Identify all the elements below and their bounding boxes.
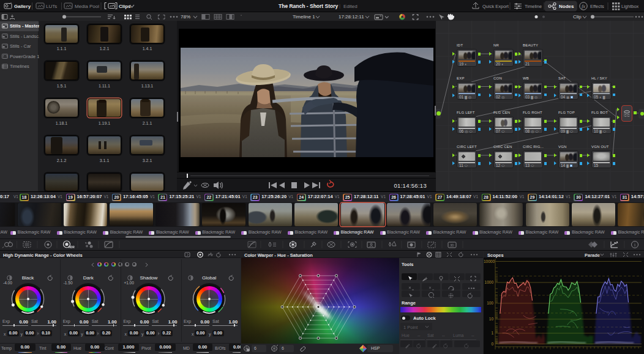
svg-text:3D: 3D [450, 243, 454, 247]
svg-text:HDR: HDR [69, 246, 75, 249]
svg-text:01:14:56:13: 01:14:56:13 [394, 182, 427, 189]
svg-text:fx: fx [582, 3, 585, 9]
svg-text:i: i [634, 242, 635, 248]
